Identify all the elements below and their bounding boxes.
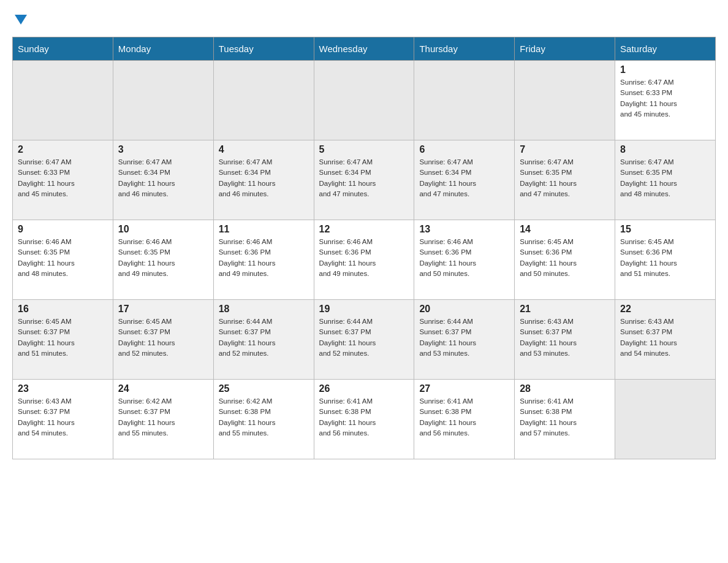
day-number: 10: [118, 224, 208, 235]
page-header: [12, 12, 716, 25]
day-number: 26: [319, 383, 409, 394]
day-number: 9: [18, 224, 108, 235]
calendar-cell: [113, 61, 213, 140]
day-info: Sunrise: 6:41 AM Sunset: 6:38 PM Dayligh…: [520, 396, 610, 439]
weekday-header-friday: Friday: [515, 37, 615, 61]
day-info: Sunrise: 6:47 AM Sunset: 6:34 PM Dayligh…: [118, 157, 208, 199]
day-info: Sunrise: 6:45 AM Sunset: 6:37 PM Dayligh…: [18, 316, 108, 359]
day-info: Sunrise: 6:44 AM Sunset: 6:37 PM Dayligh…: [219, 316, 309, 359]
calendar-cell: [414, 61, 515, 140]
day-number: 18: [219, 304, 309, 315]
calendar-week-row: 9Sunrise: 6:46 AM Sunset: 6:35 PM Daylig…: [13, 220, 716, 300]
calendar-cell: 27Sunrise: 6:41 AM Sunset: 6:38 PM Dayli…: [414, 380, 515, 459]
calendar-cell: 20Sunrise: 6:44 AM Sunset: 6:37 PM Dayli…: [414, 300, 515, 380]
day-info: Sunrise: 6:46 AM Sunset: 6:35 PM Dayligh…: [118, 237, 208, 279]
day-number: 24: [118, 383, 208, 394]
weekday-header-monday: Monday: [113, 37, 213, 61]
day-number: 7: [520, 144, 610, 155]
day-info: Sunrise: 6:45 AM Sunset: 6:36 PM Dayligh…: [620, 237, 710, 279]
day-info: Sunrise: 6:47 AM Sunset: 6:34 PM Dayligh…: [419, 157, 509, 199]
calendar-cell: [615, 380, 716, 459]
day-info: Sunrise: 6:46 AM Sunset: 6:36 PM Dayligh…: [319, 237, 409, 279]
day-info: Sunrise: 6:46 AM Sunset: 6:35 PM Dayligh…: [18, 237, 108, 279]
day-info: Sunrise: 6:46 AM Sunset: 6:36 PM Dayligh…: [219, 237, 309, 279]
calendar-cell: [314, 61, 414, 140]
day-number: 11: [219, 224, 309, 235]
day-number: 15: [620, 224, 710, 235]
calendar-cell: 7Sunrise: 6:47 AM Sunset: 6:35 PM Daylig…: [515, 140, 615, 220]
calendar-cell: 9Sunrise: 6:46 AM Sunset: 6:35 PM Daylig…: [13, 220, 113, 300]
calendar-cell: 16Sunrise: 6:45 AM Sunset: 6:37 PM Dayli…: [13, 300, 113, 380]
logo-triangle-icon: [15, 15, 27, 25]
day-info: Sunrise: 6:45 AM Sunset: 6:36 PM Dayligh…: [520, 237, 610, 279]
day-info: Sunrise: 6:43 AM Sunset: 6:37 PM Dayligh…: [18, 396, 108, 439]
calendar-week-row: 2Sunrise: 6:47 AM Sunset: 6:33 PM Daylig…: [13, 140, 716, 220]
calendar-cell: 1Sunrise: 6:47 AM Sunset: 6:33 PM Daylig…: [615, 61, 716, 140]
calendar-cell: 12Sunrise: 6:46 AM Sunset: 6:36 PM Dayli…: [314, 220, 414, 300]
day-number: 14: [520, 224, 610, 235]
logo: [12, 12, 27, 25]
calendar-cell: [213, 61, 314, 140]
day-info: Sunrise: 6:41 AM Sunset: 6:38 PM Dayligh…: [419, 396, 509, 439]
day-info: Sunrise: 6:44 AM Sunset: 6:37 PM Dayligh…: [419, 316, 509, 359]
weekday-header-wednesday: Wednesday: [314, 37, 414, 61]
calendar-cell: [515, 61, 615, 140]
day-number: 25: [219, 383, 309, 394]
weekday-header-thursday: Thursday: [414, 37, 515, 61]
day-info: Sunrise: 6:41 AM Sunset: 6:38 PM Dayligh…: [319, 396, 409, 439]
day-number: 3: [118, 144, 208, 155]
day-number: 16: [18, 304, 108, 315]
day-number: 12: [319, 224, 409, 235]
day-info: Sunrise: 6:46 AM Sunset: 6:36 PM Dayligh…: [419, 237, 509, 279]
calendar-cell: 17Sunrise: 6:45 AM Sunset: 6:37 PM Dayli…: [113, 300, 213, 380]
day-number: 8: [620, 144, 710, 155]
day-info: Sunrise: 6:47 AM Sunset: 6:35 PM Dayligh…: [620, 157, 710, 199]
calendar-week-row: 16Sunrise: 6:45 AM Sunset: 6:37 PM Dayli…: [13, 300, 716, 380]
day-info: Sunrise: 6:47 AM Sunset: 6:34 PM Dayligh…: [219, 157, 309, 199]
calendar-cell: 25Sunrise: 6:42 AM Sunset: 6:38 PM Dayli…: [213, 380, 314, 459]
day-number: 23: [18, 383, 108, 394]
calendar-cell: 28Sunrise: 6:41 AM Sunset: 6:38 PM Dayli…: [515, 380, 615, 459]
weekday-header-row: SundayMondayTuesdayWednesdayThursdayFrid…: [13, 37, 716, 61]
calendar-cell: 6Sunrise: 6:47 AM Sunset: 6:34 PM Daylig…: [414, 140, 515, 220]
day-number: 27: [419, 383, 509, 394]
calendar-cell: 21Sunrise: 6:43 AM Sunset: 6:37 PM Dayli…: [515, 300, 615, 380]
day-number: 2: [18, 144, 108, 155]
calendar-cell: 10Sunrise: 6:46 AM Sunset: 6:35 PM Dayli…: [113, 220, 213, 300]
day-info: Sunrise: 6:43 AM Sunset: 6:37 PM Dayligh…: [520, 316, 610, 359]
calendar-cell: 5Sunrise: 6:47 AM Sunset: 6:34 PM Daylig…: [314, 140, 414, 220]
calendar-cell: 18Sunrise: 6:44 AM Sunset: 6:37 PM Dayli…: [213, 300, 314, 380]
calendar-cell: 15Sunrise: 6:45 AM Sunset: 6:36 PM Dayli…: [615, 220, 716, 300]
day-info: Sunrise: 6:47 AM Sunset: 6:33 PM Dayligh…: [620, 77, 710, 120]
calendar-cell: 19Sunrise: 6:44 AM Sunset: 6:37 PM Dayli…: [314, 300, 414, 380]
calendar-week-row: 1Sunrise: 6:47 AM Sunset: 6:33 PM Daylig…: [13, 61, 716, 140]
day-info: Sunrise: 6:45 AM Sunset: 6:37 PM Dayligh…: [118, 316, 208, 359]
day-number: 22: [620, 304, 710, 315]
calendar-cell: 11Sunrise: 6:46 AM Sunset: 6:36 PM Dayli…: [213, 220, 314, 300]
calendar-cell: 4Sunrise: 6:47 AM Sunset: 6:34 PM Daylig…: [213, 140, 314, 220]
calendar-cell: 13Sunrise: 6:46 AM Sunset: 6:36 PM Dayli…: [414, 220, 515, 300]
day-number: 28: [520, 383, 610, 394]
day-info: Sunrise: 6:43 AM Sunset: 6:37 PM Dayligh…: [620, 316, 710, 359]
day-info: Sunrise: 6:47 AM Sunset: 6:33 PM Dayligh…: [18, 157, 108, 199]
day-number: 20: [419, 304, 509, 315]
calendar-cell: 8Sunrise: 6:47 AM Sunset: 6:35 PM Daylig…: [615, 140, 716, 220]
day-info: Sunrise: 6:47 AM Sunset: 6:35 PM Dayligh…: [520, 157, 610, 199]
day-number: 19: [319, 304, 409, 315]
day-number: 17: [118, 304, 208, 315]
calendar-cell: 3Sunrise: 6:47 AM Sunset: 6:34 PM Daylig…: [113, 140, 213, 220]
weekday-header-saturday: Saturday: [615, 37, 716, 61]
calendar-cell: [13, 61, 113, 140]
day-number: 13: [419, 224, 509, 235]
day-number: 21: [520, 304, 610, 315]
weekday-header-tuesday: Tuesday: [213, 37, 314, 61]
calendar-cell: 22Sunrise: 6:43 AM Sunset: 6:37 PM Dayli…: [615, 300, 716, 380]
day-info: Sunrise: 6:47 AM Sunset: 6:34 PM Dayligh…: [319, 157, 409, 199]
calendar-cell: 24Sunrise: 6:42 AM Sunset: 6:37 PM Dayli…: [113, 380, 213, 459]
weekday-header-sunday: Sunday: [13, 37, 113, 61]
day-info: Sunrise: 6:42 AM Sunset: 6:37 PM Dayligh…: [118, 396, 208, 439]
calendar-table: SundayMondayTuesdayWednesdayThursdayFrid…: [12, 37, 716, 459]
day-number: 1: [620, 64, 710, 75]
calendar-cell: 2Sunrise: 6:47 AM Sunset: 6:33 PM Daylig…: [13, 140, 113, 220]
calendar-cell: 14Sunrise: 6:45 AM Sunset: 6:36 PM Dayli…: [515, 220, 615, 300]
